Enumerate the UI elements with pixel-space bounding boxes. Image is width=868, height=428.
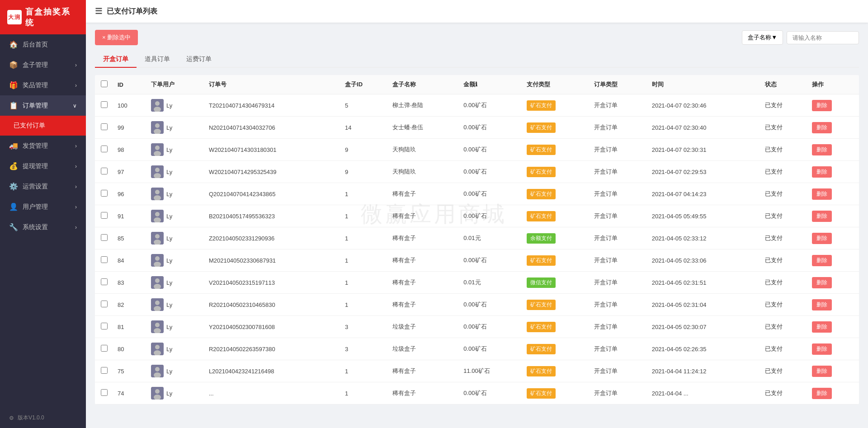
row-checkbox[interactable] bbox=[101, 301, 108, 307]
row-checkbox[interactable] bbox=[101, 190, 108, 197]
delete-button[interactable]: 删除 bbox=[812, 388, 832, 399]
cell-user: Ly bbox=[146, 117, 204, 139]
sidebar-item-box-management[interactable]: 📦 盒子管理 › bbox=[0, 55, 86, 75]
row-checkbox[interactable] bbox=[101, 323, 108, 329]
cell-user: Ly bbox=[146, 316, 204, 338]
table-row: 82 Ly R2021040502310465830 1 稀有盒子 0.00矿石… bbox=[95, 294, 859, 316]
box-name-filter-input[interactable] bbox=[787, 31, 859, 44]
cell-box-name: 稀有盒子 bbox=[388, 249, 459, 272]
row-checkbox[interactable] bbox=[101, 345, 108, 352]
user-name: Ly bbox=[166, 279, 172, 286]
cell-status: 已支付 bbox=[760, 183, 808, 205]
col-action: 操作 bbox=[807, 75, 859, 94]
sidebar-item-operation[interactable]: ⚙️ 运营设置 › bbox=[0, 176, 86, 197]
cell-time: 2021-04-07 02:30:31 bbox=[647, 139, 760, 161]
row-checkbox[interactable] bbox=[101, 234, 108, 241]
row-checkbox[interactable] bbox=[101, 367, 108, 374]
cell-amount: 0.00矿石 bbox=[459, 183, 522, 205]
cell-pay-type: 矿石支付 bbox=[522, 94, 590, 117]
home-icon: 🏠 bbox=[9, 40, 18, 49]
tab-shipping[interactable]: 运费订单 bbox=[178, 52, 220, 67]
cell-id: 80 bbox=[113, 338, 146, 360]
pay-type-badge: 矿石支付 bbox=[527, 189, 556, 199]
sidebar-label-prize: 奖品管理 bbox=[23, 81, 48, 89]
cell-action: 删除 bbox=[807, 338, 859, 360]
version-text: 版本V1.0.0 bbox=[18, 414, 44, 422]
row-checkbox[interactable] bbox=[101, 123, 108, 130]
delete-button[interactable]: 删除 bbox=[812, 233, 832, 244]
delete-button[interactable]: 删除 bbox=[812, 122, 832, 133]
sidebar-item-user[interactable]: 👤 用户管理 › bbox=[0, 197, 86, 217]
cell-action: 删除 bbox=[807, 205, 859, 227]
delete-button[interactable]: 删除 bbox=[812, 321, 832, 333]
select-all-checkbox[interactable] bbox=[101, 80, 108, 87]
cell-amount: 0.01元 bbox=[459, 227, 522, 249]
cell-box-name: 稀有盒子 bbox=[388, 227, 459, 249]
cell-order-no: N2021040714304032706 bbox=[204, 117, 340, 139]
svg-point-19 bbox=[155, 234, 160, 239]
sidebar-item-prize-management[interactable]: 🎁 奖品管理 › bbox=[0, 75, 86, 95]
row-checkbox[interactable] bbox=[101, 278, 108, 285]
sidebar-item-order-management[interactable]: 📋 订单管理 ∨ bbox=[0, 95, 86, 116]
sidebar-item-withdraw[interactable]: 💰 提现管理 › bbox=[0, 156, 86, 176]
cell-action: 删除 bbox=[807, 272, 859, 294]
cell-status: 已支付 bbox=[760, 360, 808, 382]
menu-toggle-icon[interactable]: ☰ bbox=[95, 6, 102, 16]
tab-prop[interactable]: 道具订单 bbox=[137, 52, 178, 67]
delete-button[interactable]: 删除 bbox=[812, 100, 832, 111]
cell-time: 2021-04-05 02:33:12 bbox=[647, 227, 760, 249]
delete-button[interactable]: 删除 bbox=[812, 255, 832, 266]
delete-button[interactable]: 删除 bbox=[812, 144, 832, 155]
cell-status: 已支付 bbox=[760, 227, 808, 249]
cell-status: 已支付 bbox=[760, 272, 808, 294]
cell-order-type: 开盒订单 bbox=[590, 94, 647, 117]
sidebar-item-system[interactable]: 🔧 系统设置 › bbox=[0, 217, 86, 237]
row-checkbox[interactable] bbox=[101, 101, 108, 108]
box-name-filter-select[interactable]: 盒子名称▼ bbox=[742, 30, 783, 45]
cell-order-no: Y2021040502300781608 bbox=[204, 316, 340, 338]
delete-button[interactable]: 删除 bbox=[812, 299, 832, 310]
cell-order-no: Z2021040502331290936 bbox=[204, 227, 340, 249]
row-checkbox[interactable] bbox=[101, 146, 108, 152]
cell-time: 2021-04-05 02:31:51 bbox=[647, 272, 760, 294]
row-checkbox[interactable] bbox=[101, 256, 108, 263]
row-checkbox[interactable] bbox=[101, 212, 108, 219]
filter-area: 盒子名称▼ bbox=[742, 30, 859, 45]
cell-pay-type: 矿石支付 bbox=[522, 316, 590, 338]
sidebar-item-shipping[interactable]: 🚚 发货管理 › bbox=[0, 136, 86, 156]
delete-button[interactable]: 删除 bbox=[812, 343, 832, 355]
user-name: Ly bbox=[166, 124, 172, 131]
cell-amount: 0.00矿石 bbox=[459, 294, 522, 316]
col-amount: 金额ℹ bbox=[459, 75, 522, 94]
cell-time: 2021-04-05 05:49:55 bbox=[647, 205, 760, 227]
delete-button[interactable]: 删除 bbox=[812, 211, 832, 222]
cell-action: 删除 bbox=[807, 294, 859, 316]
delete-button[interactable]: 删除 bbox=[812, 188, 832, 200]
sidebar-item-home[interactable]: 🏠 后台首页 bbox=[0, 34, 86, 55]
cell-amount: 0.00矿石 bbox=[459, 117, 522, 139]
delete-button[interactable]: 删除 bbox=[812, 277, 832, 288]
pay-type-badge: 矿石支付 bbox=[527, 167, 556, 177]
cell-time: 2021-04-05 02:33:06 bbox=[647, 249, 760, 272]
cell-amount: 0.00矿石 bbox=[459, 161, 522, 183]
cell-box-name: 垃圾盒子 bbox=[388, 338, 459, 360]
sidebar-label-home: 后台首页 bbox=[23, 41, 48, 49]
cell-pay-type: 矿石支付 bbox=[522, 117, 590, 139]
delete-button[interactable]: 删除 bbox=[812, 166, 832, 178]
row-checkbox[interactable] bbox=[101, 168, 108, 174]
cell-box-id: 9 bbox=[340, 139, 388, 161]
avatar bbox=[151, 232, 164, 245]
prize-icon: 🎁 bbox=[9, 81, 18, 89]
cell-user: Ly bbox=[146, 338, 204, 360]
tab-open-box[interactable]: 开盒订单 bbox=[95, 52, 137, 67]
chevron-right-icon6: › bbox=[75, 204, 77, 210]
delete-selected-button[interactable]: × 删除选中 bbox=[95, 30, 138, 45]
avatar bbox=[151, 254, 164, 267]
table-row: 74 Ly ... 1 稀有盒子 0.00矿石 矿石支付 开盒订单 2021-0… bbox=[95, 382, 859, 404]
row-checkbox[interactable] bbox=[101, 389, 108, 396]
avatar bbox=[151, 298, 164, 311]
table-row: 98 Ly W2021040714303180301 9 天狗陆玖 0.00矿石… bbox=[95, 139, 859, 161]
sidebar-item-paid-orders[interactable]: 已支付订单 bbox=[0, 116, 86, 136]
cell-order-type: 开盒订单 bbox=[590, 272, 647, 294]
delete-button[interactable]: 删除 bbox=[812, 366, 832, 377]
